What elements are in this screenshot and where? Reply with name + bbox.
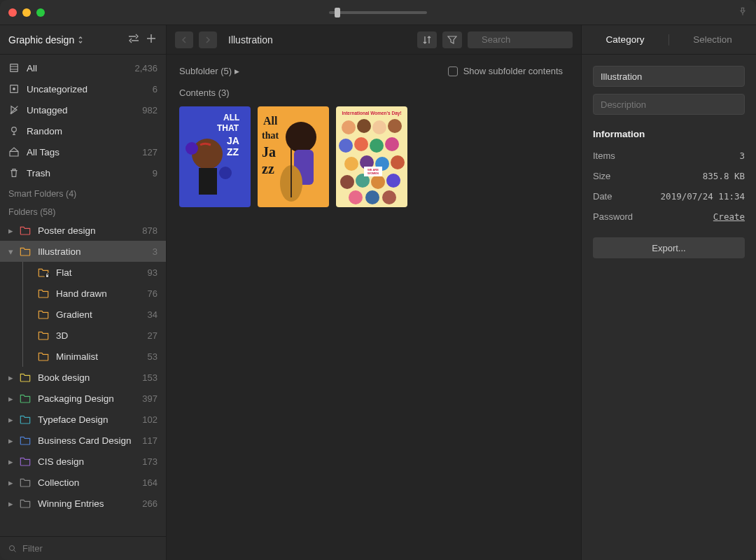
nav-forward-button[interactable] <box>199 31 217 48</box>
nav-back-button[interactable] <box>175 31 193 48</box>
subfolder-item[interactable]: 3D27 <box>0 325 166 346</box>
svg-point-18 <box>286 122 316 153</box>
disclosure-triangle-icon[interactable]: ▸ <box>8 498 15 509</box>
folder-icon <box>20 225 31 236</box>
zoom-slider-thumb[interactable] <box>335 8 340 18</box>
subfolder-item[interactable]: Hand drawn76 <box>0 283 166 304</box>
svg-point-39 <box>391 155 405 169</box>
add-button[interactable] <box>145 32 158 47</box>
folder-label: 3D <box>56 330 141 341</box>
library-switcher[interactable]: Graphic design <box>8 34 122 46</box>
folder-description-input[interactable]: Description <box>593 94 745 115</box>
folder-icon <box>38 309 49 320</box>
folder-item[interactable]: ▾Illustration3 <box>0 241 166 262</box>
sidebar-item-count: 9 <box>153 168 158 178</box>
chevron-left-icon <box>181 36 187 43</box>
sidebar-item-count: 6 <box>153 84 158 94</box>
chevron-right-icon: ▶ <box>234 68 239 75</box>
folder-label: CIS design <box>38 456 135 467</box>
thumbnail-item[interactable]: ALL THAT JA ZZ <box>179 106 251 207</box>
sidebar-item-random[interactable]: Random <box>0 120 166 141</box>
folder-item[interactable]: ▸Poster design878 <box>0 220 166 241</box>
sort-button[interactable] <box>417 31 437 48</box>
folder-count: 397 <box>142 393 158 404</box>
folders-section[interactable]: Folders (58) <box>0 202 166 220</box>
thumbnail-item[interactable]: All that Ja zz <box>258 106 329 207</box>
folder-icon <box>20 477 31 488</box>
disclosure-triangle-icon[interactable]: ▸ <box>8 456 15 467</box>
folder-count: 3 <box>153 246 158 257</box>
svg-point-30 <box>372 120 386 134</box>
random-icon <box>8 125 20 136</box>
library-name: Graphic design <box>8 34 74 46</box>
sidebar-item-uncategorized[interactable]: Uncategorized6 <box>0 78 166 99</box>
disclosure-triangle-icon[interactable]: ▸ <box>8 393 15 404</box>
content-body: Subfolder (5) ▶ Show subfolder contents … <box>167 55 581 560</box>
disclosure-triangle-icon[interactable]: ▸ <box>8 435 15 446</box>
folder-item[interactable]: ▸Winning Entries266 <box>0 493 166 514</box>
subfolder-item[interactable]: Minimalist53 <box>0 346 166 367</box>
sidebar-filter[interactable] <box>0 536 166 560</box>
folder-icon <box>20 246 31 257</box>
svg-point-42 <box>371 175 385 189</box>
folder-count: 102 <box>142 414 158 425</box>
folder-name-input[interactable]: Illustration <box>593 66 745 87</box>
folder-item[interactable]: ▸Collection164 <box>0 472 166 493</box>
svg-text:ZZ: ZZ <box>227 146 239 158</box>
disclosure-triangle-icon[interactable]: ▸ <box>8 225 15 236</box>
folder-item[interactable]: ▸Typeface Design102 <box>0 409 166 430</box>
disclosure-triangle-icon[interactable]: ▸ <box>8 372 15 383</box>
filter-button[interactable] <box>442 31 462 48</box>
inspector-tabs: Category Selection <box>582 25 756 55</box>
svg-point-32 <box>339 139 353 153</box>
thumbnail-item[interactable]: International Women's Day! WE ARE WOMEN <box>336 106 407 207</box>
close-window-button[interactable] <box>8 8 17 17</box>
folder-count: 76 <box>148 288 158 299</box>
subfolder-item[interactable]: Gradient34 <box>0 304 166 325</box>
folder-count: 173 <box>142 456 158 467</box>
subfolder-item[interactable]: Flat93 <box>0 262 166 283</box>
titlebar <box>0 0 756 25</box>
chevron-updown-icon <box>77 36 84 43</box>
tab-category[interactable]: Category <box>582 25 668 54</box>
folder-item[interactable]: ▸Packaging Design397 <box>0 388 166 409</box>
disclosure-triangle-icon[interactable]: ▸ <box>8 414 15 425</box>
disclosure-triangle-icon[interactable]: ▾ <box>8 246 15 257</box>
folder-count: 53 <box>148 351 158 362</box>
folder-item[interactable]: ▸CIS design173 <box>0 451 166 472</box>
sidebar-item-untagged[interactable]: Untagged982 <box>0 99 166 120</box>
thumbnail-grid: ALL THAT JA ZZ All <box>179 106 568 207</box>
folder-icon <box>20 414 31 425</box>
thumbnail-zoom-slider[interactable] <box>329 11 427 14</box>
create-password-link[interactable]: Create <box>713 211 745 222</box>
tab-selection[interactable]: Selection <box>669 25 756 54</box>
sidebar-list: All2,436Uncategorized6Untagged982RandomA… <box>0 55 166 536</box>
sidebar-item-all[interactable]: All2,436 <box>0 57 166 78</box>
svg-point-6 <box>10 545 15 550</box>
folder-count: 164 <box>142 477 158 488</box>
pin-window-icon[interactable] <box>738 6 748 18</box>
folder-item[interactable]: ▸Book design153 <box>0 367 166 388</box>
folder-icon <box>20 498 31 509</box>
sidebar-item-label: Uncategorized <box>27 84 146 94</box>
sidebar-item-count: 982 <box>142 105 158 115</box>
export-label: Export... <box>652 243 685 253</box>
sidebar-item-alltags[interactable]: All Tags127 <box>0 141 166 162</box>
export-button[interactable]: Export... <box>593 237 745 258</box>
folder-item[interactable]: ▸Business Card Design117 <box>0 430 166 451</box>
minimize-window-button[interactable] <box>22 8 31 17</box>
smart-folders-section[interactable]: Smart Folders (4) <box>0 183 166 202</box>
subfolder-label[interactable]: Subfolder (5) <box>179 66 232 76</box>
info-value: 835.8 KB <box>703 171 745 181</box>
sidebar-filter-input[interactable] <box>22 543 158 554</box>
show-subfolder-toggle[interactable]: Show subfolder contents <box>448 66 563 76</box>
search-box[interactable] <box>468 31 573 48</box>
sidebar-item-trash[interactable]: Trash9 <box>0 162 166 183</box>
info-row-date: Date 2019/07/24 11:34 <box>593 190 745 203</box>
tree-line <box>22 283 32 304</box>
fullscreen-window-button[interactable] <box>36 8 45 17</box>
svg-point-28 <box>342 120 356 134</box>
toggle-sidebar-icon[interactable] <box>127 32 141 47</box>
svg-text:zz: zz <box>262 161 274 176</box>
disclosure-triangle-icon[interactable]: ▸ <box>8 477 15 488</box>
